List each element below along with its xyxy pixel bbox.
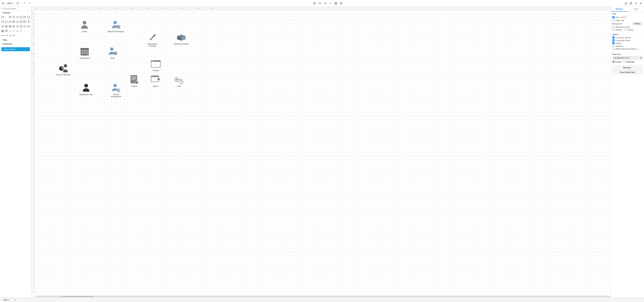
page-tab-1[interactable]: Page-1 (1, 298, 13, 301)
shape-person[interactable] (27, 20, 30, 23)
node-hardware-solution[interactable]: Hardware Solution (174, 32, 189, 45)
node-website-developers[interactable]: Website Developers (108, 20, 124, 33)
shape-document[interactable] (20, 20, 23, 23)
shape-wave[interactable] (27, 25, 30, 28)
shape-heading[interactable] (8, 16, 12, 19)
shape-list-item[interactable] (5, 29, 8, 33)
clear-default-style-button[interactable]: Clear Default Style (612, 70, 643, 74)
chevron-right-icon2 (1, 43, 3, 45)
shadow-checkbox[interactable] (612, 29, 614, 31)
general-section-header[interactable]: General (0, 11, 31, 15)
node-registered-user[interactable]: Registered User (80, 83, 92, 96)
rectangle-tool-icon[interactable] (318, 2, 322, 5)
publish-icon[interactable] (629, 2, 633, 5)
shape-hexagon[interactable] (5, 20, 8, 23)
shape-star[interactable] (8, 25, 12, 28)
shape-rounded-rect[interactable] (16, 16, 19, 19)
node-organisation[interactable]: Organisation (80, 46, 90, 59)
page-view-checkbox[interactable] (612, 19, 614, 21)
zoom-control[interactable]: 125% (6, 2, 15, 5)
search-box[interactable] (0, 7, 31, 11)
grid-checkbox[interactable] (612, 16, 614, 19)
canvas-scrollbar[interactable] (35, 295, 611, 297)
table-tool-icon[interactable] (334, 2, 338, 5)
guides-checkbox[interactable] (612, 42, 614, 44)
shape-note[interactable] (1, 29, 4, 33)
scrollbar-thumb[interactable] (60, 296, 94, 297)
settings-icon[interactable] (639, 2, 643, 5)
add-page-button[interactable]: + (14, 298, 17, 301)
shape-data[interactable] (20, 25, 23, 28)
shape-ellipse[interactable] (12, 16, 16, 19)
tab-style[interactable]: Style (628, 7, 644, 12)
shape-waypoint-arrow[interactable] (12, 34, 16, 37)
shape-diagonal-line[interactable] (20, 29, 23, 33)
shape-terminator[interactable] (23, 25, 26, 28)
node-subscription-package[interactable]: Subscription Package (144, 32, 161, 47)
shape-trapezoid[interactable] (1, 25, 4, 28)
ellipse-tool-icon[interactable] (323, 2, 327, 5)
close-icon[interactable] (634, 2, 638, 5)
shape-s-curve[interactable] (8, 29, 12, 33)
paper-size-select[interactable]: US-Letter (8.5" x 11") (612, 56, 643, 60)
portrait-radio[interactable] (612, 61, 614, 63)
fit-page-icon[interactable] (16, 2, 20, 5)
redo-icon[interactable] (28, 2, 31, 5)
shape-parallelogram[interactable] (8, 20, 12, 23)
more-shapes-button[interactable]: + More Shapes (1, 47, 30, 51)
connection-points-checkbox[interactable] (612, 39, 614, 42)
shape-callout[interactable] (23, 20, 26, 23)
shape-text[interactable]: T (5, 16, 8, 19)
shape-diamond[interactable] (20, 16, 23, 19)
menu-icon[interactable] (1, 2, 5, 5)
shape-cloud[interactable] (16, 20, 19, 23)
shape-rect-rounded[interactable] (1, 20, 4, 23)
shape-dashed-line[interactable] (23, 29, 26, 33)
search-input[interactable] (4, 8, 30, 10)
background-color-checkbox[interactable] (612, 26, 614, 28)
node-public[interactable]: Public (80, 20, 90, 33)
autosave-checkbox[interactable] (612, 45, 614, 47)
change-button[interactable]: Change... (632, 22, 643, 25)
node-account-manager[interactable]: Account Manager (56, 63, 70, 76)
shape-process[interactable] (16, 25, 19, 28)
shape-arrow-both[interactable] (1, 34, 4, 37)
grid-value-box[interactable]: 10 pt (620, 16, 626, 19)
advanced-section-header[interactable]: Advanced (0, 42, 31, 46)
node-product-management[interactable]: Product management (108, 83, 124, 98)
select-tool-icon[interactable] (313, 2, 316, 5)
node-trial[interactable]: Trial (174, 75, 184, 87)
share-icon[interactable] (624, 2, 628, 5)
shape-rectangle[interactable] (1, 16, 4, 19)
shape-arc[interactable] (16, 29, 19, 33)
shape-arrow-multi[interactable] (8, 34, 12, 37)
freehand-tool-icon[interactable] (329, 2, 332, 5)
landscape-label[interactable]: Landscape (623, 61, 634, 63)
shape-arrow-right2[interactable] (5, 34, 8, 37)
canvas-area[interactable]: -100 0 100 200 300 400 500 600 700 800 9… (32, 7, 611, 297)
shape-cylinder[interactable] (12, 20, 16, 23)
node-sales[interactable]: Sales (108, 46, 118, 59)
node-add-on[interactable]: Add-on (151, 75, 161, 87)
edit-data-button[interactable]: Edit Data... (612, 66, 643, 70)
shape-curve-s2[interactable] (12, 29, 16, 33)
undo-icon[interactable] (23, 2, 27, 5)
sketch-checkbox[interactable] (625, 29, 627, 31)
tab-diagram[interactable]: Diagram (611, 7, 628, 12)
shape-arrow-right[interactable] (12, 25, 16, 28)
canvas-inner[interactable]: Public Website Developers (35, 10, 611, 294)
connection-arrows-checkbox[interactable] (612, 37, 614, 39)
node-license[interactable]: license (129, 75, 139, 87)
math-typesetting-checkbox[interactable] (612, 48, 614, 50)
node-product[interactable]: Product (151, 59, 161, 72)
shape-pentagon[interactable] (27, 16, 30, 19)
shape-dotted-line[interactable] (27, 29, 30, 33)
shape-triangle-right[interactable] (23, 16, 26, 19)
misc-section-header[interactable]: Misc (0, 38, 31, 42)
shape-cross[interactable] (5, 25, 8, 28)
grid-color-swatch[interactable] (628, 16, 630, 19)
landscape-radio[interactable] (623, 61, 625, 63)
add-tool-icon[interactable] (339, 2, 343, 5)
scrollbar-track[interactable] (36, 296, 610, 297)
portrait-label[interactable]: Portrait (612, 61, 621, 63)
